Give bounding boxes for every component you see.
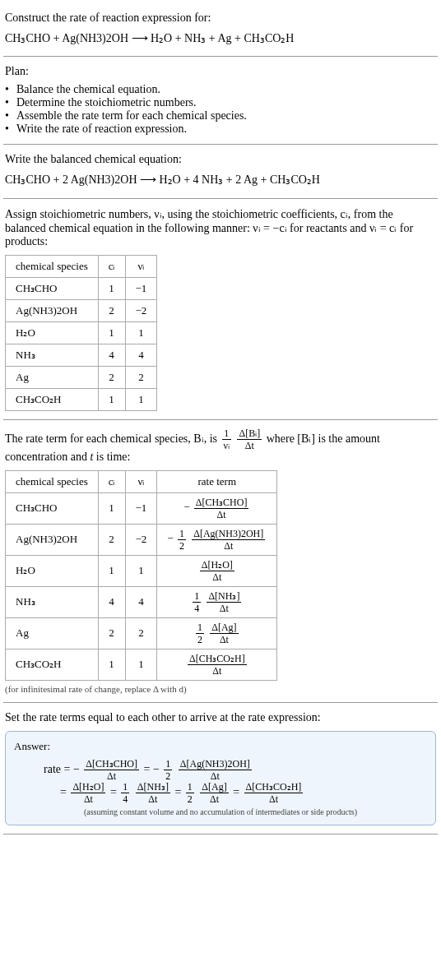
frac-term: Δ[CH₃CO₂H]Δt — [188, 654, 247, 676]
cell-c: 1 — [98, 388, 125, 410]
rate-expression-line2: = Δ[H₂O]Δt = 14 Δ[NH₃]Δt = 12 Δ[Ag]Δt = … — [14, 781, 427, 804]
frac-den: νᵢ — [222, 440, 231, 451]
table-row: CH₃CHO1−1 — [6, 277, 157, 299]
frac-term-6: Δ[CH₃CO₂H]Δt — [244, 782, 304, 804]
cell-c: 4 — [98, 586, 125, 617]
frac-coef-4: 14 — [121, 782, 129, 804]
table-row: NH₃44 — [6, 344, 157, 366]
frac-den: Δt — [192, 540, 265, 551]
minus-sign: − — [153, 763, 160, 775]
cell-species: NH₃ — [6, 586, 99, 617]
final-heading: Set the rate terms equal to each other t… — [5, 711, 436, 724]
frac-num: 1 — [164, 759, 172, 770]
plan-text: Determine the stoichiometric numbers. — [16, 96, 197, 109]
rate-terms-note: (for infinitesimal rate of change, repla… — [5, 684, 436, 694]
stoich-table: chemical species cᵢ νᵢ CH₃CHO1−1 Ag(NH3)… — [5, 255, 157, 411]
cell-c: 2 — [98, 524, 125, 555]
cell-c: 1 — [98, 492, 125, 524]
cell-species: Ag — [6, 617, 99, 649]
plan-text: Balance the chemical equation. — [16, 83, 160, 96]
col-species: chemical species — [6, 470, 99, 492]
cell-c: 2 — [98, 366, 125, 388]
frac-den: Δt — [200, 571, 234, 582]
table-row: H₂O 1 1 Δ[H₂O]Δt — [6, 555, 277, 586]
frac-term: Δ[CH₃CHO]Δt — [194, 497, 249, 520]
frac-term: Δ[Ag]Δt — [210, 622, 238, 645]
frac-term: Δ[NH₃]Δt — [207, 591, 241, 613]
col-ci: cᵢ — [98, 470, 125, 492]
equals-sign: = — [110, 786, 119, 798]
frac-den: Δt — [207, 603, 241, 613]
sign: − — [167, 532, 173, 544]
table-row: Ag(NH3)2OH 2 −2 − 12 Δ[Ag(NH3)2OH]Δt — [6, 524, 277, 555]
frac-den: Δt — [244, 793, 304, 804]
equals-sign: = — [174, 786, 183, 798]
frac-den: Δt — [84, 770, 139, 781]
frac-den: Δt — [210, 634, 238, 645]
frac-coef: 14 — [193, 591, 201, 613]
frac-num: 1 — [196, 622, 204, 634]
frac-num: Δ[Ag] — [200, 782, 228, 793]
plan-heading: Plan: — [5, 65, 436, 78]
plan-text: Assemble the rate term for each chemical… — [16, 109, 247, 122]
equals-sign: = — [144, 763, 153, 775]
cell-species: H₂O — [6, 555, 99, 586]
frac-dbi-dt: Δ[Bᵢ] Δt — [237, 428, 262, 451]
equals-sign: = — [233, 786, 242, 798]
frac-den: 4 — [193, 603, 201, 613]
section-rate-terms: The rate term for each chemical species,… — [3, 420, 438, 703]
sign: − — [183, 501, 189, 513]
frac-term-3: Δ[H₂O]Δt — [71, 782, 105, 804]
cell-rateterm: 14 Δ[NH₃]Δt — [157, 586, 277, 617]
frac-num: 1 — [193, 591, 201, 603]
balanced-heading: Write the balanced chemical equation: — [5, 153, 436, 166]
cell-c: 1 — [98, 321, 125, 344]
frac-num: Δ[Bᵢ] — [237, 428, 262, 440]
table-header-row: chemical species cᵢ νᵢ rate term — [6, 470, 277, 492]
cell-c: 2 — [98, 617, 125, 649]
cell-species: CH₃CO₂H — [6, 388, 99, 410]
cell-v: 2 — [125, 617, 157, 649]
frac-num: Δ[NH₃] — [207, 591, 241, 603]
cell-species: Ag(NH3)2OH — [6, 299, 99, 321]
rate-terms-heading: The rate term for each chemical species,… — [5, 428, 436, 464]
frac-num: Δ[Ag] — [210, 622, 238, 634]
col-species: chemical species — [6, 255, 99, 277]
col-vi: νᵢ — [125, 470, 157, 492]
cell-v: 2 — [125, 366, 157, 388]
section-stoich: Assign stoichiometric numbers, νᵢ, using… — [3, 199, 438, 420]
frac-term-2: Δ[Ag(NH3)2OH]Δt — [179, 759, 252, 781]
minus-sign: − — [73, 763, 80, 775]
frac-term-4: Δ[NH₃]Δt — [136, 782, 170, 804]
table-row: Ag22 — [6, 366, 157, 388]
table-row: CH₃CHO 1 −1 − Δ[CH₃CHO]Δt — [6, 492, 277, 524]
cell-rateterm: − 12 Δ[Ag(NH3)2OH]Δt — [157, 524, 277, 555]
frac-num: 1 — [178, 529, 186, 540]
cell-species: CH₃CHO — [6, 277, 99, 299]
frac-den: Δt — [188, 665, 247, 676]
answer-note: (assuming constant volume and no accumul… — [14, 807, 427, 816]
cell-rateterm: Δ[H₂O]Δt — [157, 555, 277, 586]
cell-v: 1 — [125, 321, 157, 344]
section-intro: Construct the rate of reaction expressio… — [3, 3, 438, 57]
cell-v: 4 — [125, 344, 157, 366]
cell-species: CH₃CO₂H — [6, 649, 99, 680]
cell-c: 1 — [98, 277, 125, 299]
table-row: Ag 2 2 12 Δ[Ag]Δt — [6, 617, 277, 649]
cell-v: −2 — [125, 524, 157, 555]
frac-num: Δ[CH₃CO₂H] — [244, 782, 304, 793]
table-row: Ag(NH3)2OH2−2 — [6, 299, 157, 321]
frac-den: 4 — [121, 793, 129, 804]
heading-text: The rate term for each chemical species,… — [5, 432, 220, 445]
frac-den: 2 — [196, 634, 204, 645]
cell-species: NH₃ — [6, 344, 99, 366]
frac-term-1: Δ[CH₃CHO]Δt — [84, 759, 139, 781]
frac-term: Δ[Ag(NH3)2OH]Δt — [192, 529, 265, 551]
cell-c: 1 — [98, 649, 125, 680]
table-row: NH₃ 4 4 14 Δ[NH₃]Δt — [6, 586, 277, 617]
table-header-row: chemical species cᵢ νᵢ — [6, 255, 157, 277]
intro-heading: Construct the rate of reaction expressio… — [5, 12, 436, 25]
plan-item: •Assemble the rate term for each chemica… — [5, 109, 436, 122]
intro-equation: CH₃CHO + Ag(NH3)2OH ⟶ H₂O + NH₃ + Ag + C… — [5, 30, 436, 48]
cell-species: H₂O — [6, 321, 99, 344]
